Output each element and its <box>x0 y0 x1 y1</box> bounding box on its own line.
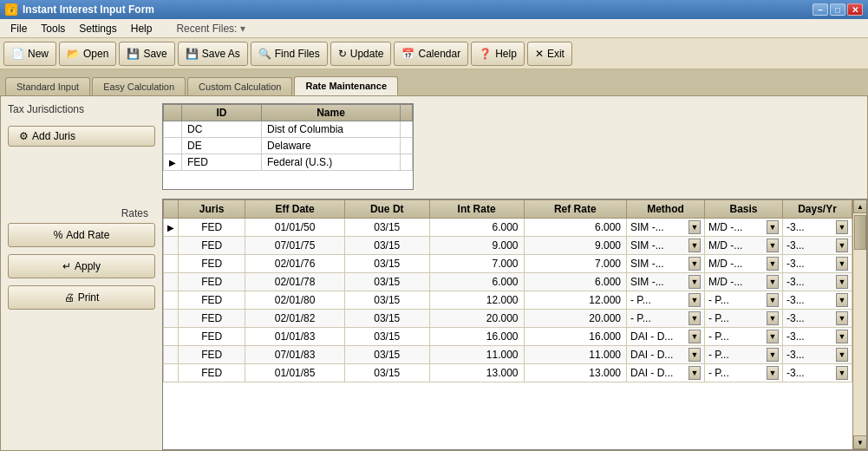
daysyr-dropdown-0[interactable]: ▼ <box>836 220 848 234</box>
exit-button[interactable]: ✕ Exit <box>527 42 572 66</box>
basis-dropdown-1[interactable]: ▼ <box>767 239 779 252</box>
rates-due-dt-4: 03/15 <box>344 291 429 310</box>
rates-row-3[interactable]: FED 02/01/78 03/15 6.000 6.000 SIM -...▼… <box>164 273 852 291</box>
tab-custom-calculation[interactable]: Custom Calculation <box>187 77 292 95</box>
daysyr-dropdown-6[interactable]: ▼ <box>836 330 848 343</box>
method-dropdown-4[interactable]: ▼ <box>689 293 701 307</box>
basis-dropdown-6[interactable]: ▼ <box>767 330 779 343</box>
method-dropdown-7[interactable]: ▼ <box>689 348 701 362</box>
daysyr-dropdown-1[interactable]: ▼ <box>836 239 848 252</box>
recent-files-dropdown[interactable]: ▾ <box>240 23 245 35</box>
update-label: Update <box>350 48 384 60</box>
daysyr-dropdown-3[interactable]: ▼ <box>836 275 848 289</box>
juris-check-de <box>401 138 413 154</box>
basis-dropdown-3[interactable]: ▼ <box>767 275 779 289</box>
new-button[interactable]: 📄 New <box>3 42 56 66</box>
juris-table: ID Name DC Dist of Columbia <box>163 104 413 171</box>
rates-juris-7: FED <box>179 346 245 364</box>
basis-dropdown-7[interactable]: ▼ <box>767 348 779 362</box>
help-button[interactable]: ❓ Help <box>471 42 525 66</box>
basis-dropdown-0[interactable]: ▼ <box>767 220 779 234</box>
calendar-button[interactable]: 📅 Calendar <box>394 42 468 66</box>
rates-row-4[interactable]: FED 02/01/80 03/15 12.000 12.000 - P...▼… <box>164 291 852 310</box>
method-dropdown-0[interactable]: ▼ <box>689 220 701 234</box>
method-dropdown-5[interactable]: ▼ <box>689 311 701 325</box>
rates-row-8[interactable]: FED 01/01/85 03/15 13.000 13.000 DAI - D… <box>164 364 852 382</box>
rates-indicator-1 <box>164 237 179 255</box>
add-juris-button[interactable]: ⚙ Add Juris <box>8 126 155 147</box>
window-title: Instant Interest Input Form <box>23 3 807 16</box>
add-rate-button[interactable]: % Add Rate <box>8 223 155 247</box>
add-juris-icon: ⚙ <box>19 130 29 142</box>
apply-button[interactable]: ↵ Apply <box>8 254 155 278</box>
rates-juris-2: FED <box>179 255 245 273</box>
tab-easy-calculation[interactable]: Easy Calculation <box>92 77 186 95</box>
update-button[interactable]: ↻ Update <box>330 42 392 66</box>
rates-int-rate-6: 16.000 <box>429 328 524 346</box>
basis-dropdown-5[interactable]: ▼ <box>767 311 779 325</box>
rates-row-2[interactable]: FED 02/01/76 03/15 7.000 7.000 SIM -...▼… <box>164 255 852 273</box>
juris-row-dc[interactable]: DC Dist of Columbia <box>164 121 413 138</box>
rates-row-1[interactable]: FED 07/01/75 03/15 9.000 9.000 SIM -...▼… <box>164 237 852 255</box>
daysyr-dropdown-5[interactable]: ▼ <box>836 311 848 325</box>
rates-days-yr-3: -3...▼ <box>783 273 852 291</box>
juris-row-de[interactable]: DE Delaware <box>164 138 413 154</box>
daysyr-dropdown-8[interactable]: ▼ <box>836 366 848 380</box>
daysyr-dropdown-4[interactable]: ▼ <box>836 293 848 307</box>
rates-eff-date-5: 02/01/82 <box>245 310 344 328</box>
method-dropdown-6[interactable]: ▼ <box>689 330 701 343</box>
rates-eff-date-7: 07/01/83 <box>245 346 344 364</box>
find-files-button[interactable]: 🔍 Find Files <box>251 42 328 66</box>
menu-tools[interactable]: Tools <box>34 21 72 36</box>
rates-method-0: SIM -...▼ <box>627 219 705 237</box>
rates-row-5[interactable]: FED 02/01/82 03/15 20.000 20.000 - P...▼… <box>164 310 852 328</box>
rates-ref-rate-4: 12.000 <box>524 291 626 310</box>
rates-method-3: SIM -...▼ <box>627 273 705 291</box>
method-dropdown-3[interactable]: ▼ <box>689 275 701 289</box>
method-dropdown-1[interactable]: ▼ <box>689 239 701 252</box>
rates-scrollbar[interactable]: ▲ ▼ <box>852 199 866 449</box>
daysyr-dropdown-2[interactable]: ▼ <box>836 257 848 271</box>
rates-method-7: DAI - D...▼ <box>627 346 705 364</box>
save-button[interactable]: 💾 Save <box>119 42 174 66</box>
scrollbar-thumb[interactable] <box>854 215 866 250</box>
col-due-dt: Due Dt <box>344 200 429 219</box>
save-as-icon: 💾 <box>186 48 199 60</box>
rates-controls: Rates % Add Rate ↵ Apply 🖨 Print <box>8 204 155 310</box>
rates-method-1: SIM -...▼ <box>627 237 705 255</box>
close-button[interactable]: ✕ <box>847 3 863 16</box>
menu-settings[interactable]: Settings <box>72 21 123 36</box>
open-button[interactable]: 📂 Open <box>59 42 116 66</box>
action-buttons: % Add Rate ↵ Apply 🖨 Print <box>8 223 155 310</box>
restore-button[interactable]: □ <box>830 3 845 16</box>
method-dropdown-2[interactable]: ▼ <box>689 257 701 271</box>
rates-section: Juris Eff Date Due Dt Int Rate Ref Rate … <box>162 199 867 450</box>
save-as-button[interactable]: 💾 Save As <box>178 42 248 66</box>
juris-name-dc: Dist of Columbia <box>262 121 401 138</box>
rates-row-0[interactable]: ▶ FED 01/01/50 03/15 6.000 6.000 SIM -..… <box>164 219 852 237</box>
juris-name-de: Delaware <box>262 138 401 154</box>
print-button[interactable]: 🖨 Print <box>8 285 155 310</box>
method-dropdown-8[interactable]: ▼ <box>689 366 701 380</box>
window-controls: – □ ✕ <box>813 3 863 16</box>
rates-row-7[interactable]: FED 07/01/83 03/15 11.000 11.000 DAI - D… <box>164 346 852 364</box>
rates-days-yr-7: -3...▼ <box>783 346 852 364</box>
rates-row-6[interactable]: FED 01/01/83 03/15 16.000 16.000 DAI - D… <box>164 328 852 346</box>
basis-dropdown-8[interactable]: ▼ <box>767 366 779 380</box>
tab-standard-input[interactable]: Standard Input <box>5 77 90 95</box>
help-label: Help <box>495 48 517 60</box>
daysyr-dropdown-7[interactable]: ▼ <box>836 348 848 362</box>
minimize-button[interactable]: – <box>813 3 828 16</box>
rates-int-rate-0: 6.000 <box>429 219 524 237</box>
rates-indicator-5 <box>164 310 179 328</box>
scrollbar-down-button[interactable]: ▼ <box>853 435 867 449</box>
rates-table-container[interactable]: Juris Eff Date Due Dt Int Rate Ref Rate … <box>163 199 852 449</box>
juris-row-fed[interactable]: ▶ FED Federal (U.S.) <box>164 154 413 171</box>
menu-file[interactable]: File <box>3 21 34 36</box>
tab-rate-maintenance[interactable]: Rate Maintenance <box>294 76 398 95</box>
basis-dropdown-2[interactable]: ▼ <box>767 257 779 271</box>
scrollbar-up-button[interactable]: ▲ <box>853 199 867 213</box>
scrollbar-track[interactable] <box>853 213 866 435</box>
basis-dropdown-4[interactable]: ▼ <box>767 293 779 307</box>
menu-help[interactable]: Help <box>124 21 160 36</box>
